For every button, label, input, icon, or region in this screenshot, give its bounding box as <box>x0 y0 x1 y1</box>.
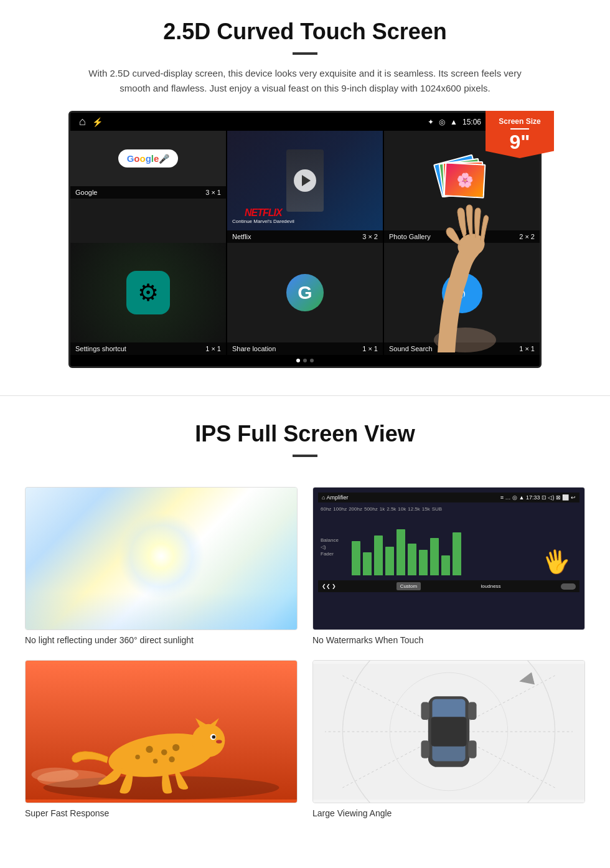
amplifier-visual: ⌂ Amplifier ≡ … ◎ ▲ 17:33 ⊡ ◁) ⊠ ⬜ ↩ 60h… <box>313 488 584 630</box>
eq-bar-9[interactable] <box>441 555 450 575</box>
netflix-app-size: 3 × 2 <box>362 233 378 240</box>
google-search-bar[interactable]: Google 🎤 <box>118 149 179 167</box>
usb-icon: ⚡ <box>92 117 103 127</box>
eq-bar-8[interactable] <box>430 538 439 575</box>
app-cell-share-location[interactable]: G Share location 1 × 1 <box>227 243 383 355</box>
svg-point-5 <box>31 768 78 782</box>
svg-point-13 <box>216 740 222 743</box>
title-divider <box>293 52 317 55</box>
sound-search-app-name: Sound Search <box>389 345 433 352</box>
android-screen: ⌂ ⚡ ✦ ◎ ▲ 15:06 ⊡ ◁) ⊠ ⬜ <box>68 111 542 368</box>
feature-image-car <box>312 660 585 803</box>
feature-image-cheetah <box>25 660 298 803</box>
amp-controls: Balance ◁) Fader <box>318 513 580 580</box>
amp-toggle[interactable] <box>561 583 576 590</box>
section2-divider <box>293 455 317 457</box>
settings-label: Settings shortcut 1 × 1 <box>70 342 226 355</box>
netflix-subtitle: Continue Marvel's Daredevil <box>232 219 294 224</box>
share-location-content: G <box>227 243 383 342</box>
play-button[interactable] <box>294 169 316 192</box>
maps-icon: G <box>286 274 324 311</box>
svg-point-19 <box>135 755 140 760</box>
feature-caption-watermarks: No Watermarks When Touch <box>312 635 585 645</box>
photo-gallery-app-size: 2 × 2 <box>519 233 535 240</box>
svg-rect-27 <box>421 702 429 720</box>
google-app-size: 3 × 1 <box>205 189 221 196</box>
feature-caption-angle: Large Viewing Angle <box>312 808 585 818</box>
app-grid-row2: ⚙ Settings shortcut 1 × 1 G <box>70 243 540 355</box>
badge-divider <box>510 128 529 130</box>
netflix-bg: NETFLIX Continue Marvel's Daredevil <box>227 131 383 230</box>
svg-rect-24 <box>432 699 465 720</box>
share-location-label: Share location 1 × 1 <box>227 342 383 355</box>
sound-bg: ♪ <box>384 243 540 342</box>
sound-search-app-size: 1 × 1 <box>519 345 535 352</box>
netflix-logo-text: NETFLIX <box>232 207 294 219</box>
music-note-icon: ♪ <box>442 273 482 313</box>
netflix-app-name: Netflix <box>232 233 251 240</box>
eq-bar-1[interactable] <box>352 541 360 575</box>
google-logo: Google <box>127 153 159 164</box>
section2-title: IPS Full Screen View <box>25 421 585 447</box>
status-bar-left: ⌂ ⚡ <box>79 115 103 128</box>
feature-viewing-angle: Large Viewing Angle <box>312 660 585 818</box>
settings-icon-large: ⚙ <box>126 271 170 314</box>
google-app-name: Google <box>75 189 97 196</box>
sunlight-visual <box>26 488 297 630</box>
eq-bar-6[interactable] <box>408 544 416 575</box>
settings-app-name: Settings shortcut <box>75 345 126 352</box>
svg-point-12 <box>212 735 216 739</box>
share-bg: G <box>227 243 383 342</box>
car-top-visual <box>313 661 584 803</box>
eq-bars-container <box>349 518 464 575</box>
pagination-dots <box>70 355 540 366</box>
dot-3[interactable] <box>310 359 314 362</box>
eq-bar-5[interactable] <box>396 529 405 575</box>
amp-title: ⌂ Amplifier <box>322 494 348 501</box>
home-icon[interactable]: ⌂ <box>79 115 86 128</box>
feature-grid: No light reflecting under 360° direct su… <box>0 474 610 843</box>
feature-watermarks: ⌂ Amplifier ≡ … ◎ ▲ 17:33 ⊡ ◁) ⊠ ⬜ ↩ 60h… <box>312 487 585 645</box>
status-bar: ⌂ ⚡ ✦ ◎ ▲ 15:06 ⊡ ◁) ⊠ ⬜ <box>70 113 540 131</box>
amp-equalizer: 🖐 <box>347 516 577 578</box>
section1-title: 2.5D Curved Touch Screen <box>37 19 573 45</box>
google-cell-content: Google 🎤 <box>70 131 226 186</box>
section1-description: With 2.5D curved-display screen, this de… <box>87 66 523 96</box>
app-grid: Google 🎤 Google 3 × 1 <box>70 131 540 243</box>
curved-screen-section: 2.5D Curved Touch Screen With 2.5D curve… <box>0 0 610 383</box>
amp-custom-btn[interactable]: Custom <box>396 582 421 590</box>
eq-bar-3[interactable] <box>374 535 383 575</box>
app-cell-netflix[interactable]: NETFLIX Continue Marvel's Daredevil Netf… <box>227 131 383 243</box>
svg-rect-28 <box>468 702 476 720</box>
svg-point-18 <box>169 757 174 762</box>
location-icon: ◎ <box>439 118 445 126</box>
bluetooth-icon: ✦ <box>428 118 434 126</box>
eq-bar-10[interactable] <box>453 532 461 575</box>
feature-image-amplifier: ⌂ Amplifier ≡ … ◎ ▲ 17:33 ⊡ ◁) ⊠ ⬜ ↩ 60h… <box>312 487 585 630</box>
hand-on-eq: 🖐 <box>541 546 573 577</box>
cheetah-visual <box>26 661 297 803</box>
app-cell-google[interactable]: Google 🎤 Google 3 × 1 <box>70 131 226 243</box>
svg-point-15 <box>161 749 167 755</box>
feature-caption-fast: Super Fast Response <box>25 808 298 818</box>
dot-2[interactable] <box>303 359 307 362</box>
dot-1[interactable] <box>296 359 300 362</box>
badge-size: 9" <box>510 131 530 153</box>
screen-size-badge: Screen Size 9" <box>486 111 554 158</box>
netflix-cell-content: NETFLIX Continue Marvel's Daredevil <box>227 131 383 230</box>
netflix-branding: NETFLIX Continue Marvel's Daredevil <box>232 207 294 224</box>
share-location-app-size: 1 × 1 <box>362 345 378 352</box>
svg-rect-30 <box>468 740 476 758</box>
svg-point-16 <box>172 744 179 751</box>
svg-rect-29 <box>421 740 429 758</box>
amp-freq-labels: 60hz100hz200hz500hz1k2.5k10k12.5k15kSUB <box>318 505 580 513</box>
app-cell-settings[interactable]: ⚙ Settings shortcut 1 × 1 <box>70 243 226 355</box>
eq-bar-2[interactable] <box>363 552 372 575</box>
eq-bar-4[interactable] <box>385 547 394 575</box>
settings-bg: ⚙ <box>70 243 226 342</box>
mic-icon[interactable]: 🎤 <box>159 154 169 164</box>
app-cell-sound-search[interactable]: ♪ Sound Search 1 × 1 <box>384 243 540 355</box>
amp-time: ≡ … ◎ ▲ 17:33 ⊡ ◁) ⊠ ⬜ ↩ <box>500 494 576 501</box>
play-triangle-icon <box>302 175 311 186</box>
eq-bar-7[interactable] <box>419 550 428 575</box>
